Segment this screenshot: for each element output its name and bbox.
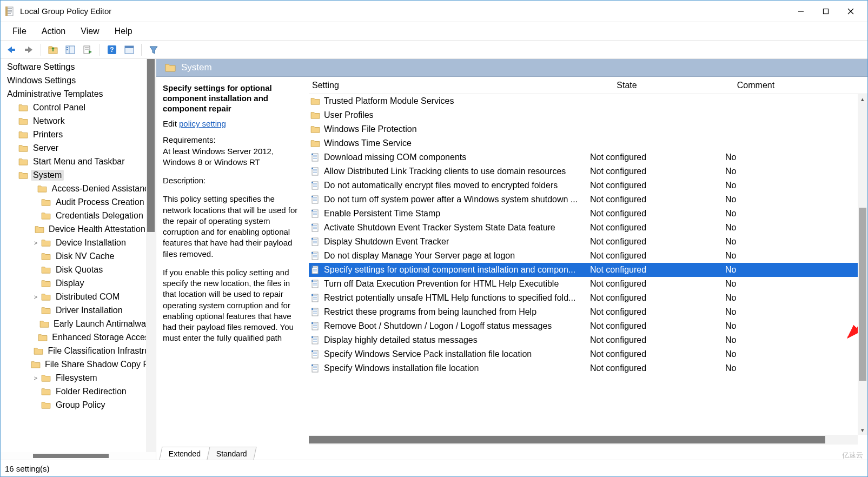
expander-icon[interactable]: > bbox=[31, 240, 41, 246]
window-close-button[interactable] bbox=[838, 2, 863, 21]
menu-view[interactable]: View bbox=[73, 24, 107, 38]
setting-comment: No bbox=[660, 349, 856, 359]
scope-label: System bbox=[181, 62, 212, 73]
back-button[interactable] bbox=[4, 42, 19, 57]
tree-item[interactable]: Start Menu and Taskbar bbox=[1, 155, 156, 168]
expander-icon[interactable]: > bbox=[31, 375, 41, 381]
tree-item[interactable]: >Device Installation bbox=[1, 236, 156, 249]
list-scrollbar-horizontal[interactable] bbox=[309, 435, 858, 445]
tree-item[interactable]: Display bbox=[1, 276, 156, 290]
settings-row[interactable]: Display Shutdown Event TrackerNot config… bbox=[309, 235, 867, 249]
policy-setting-link[interactable]: policy setting bbox=[179, 119, 226, 128]
tree-item[interactable]: Server bbox=[1, 141, 156, 155]
svg-rect-47 bbox=[312, 210, 313, 211]
tab-standard[interactable]: Standard bbox=[207, 447, 257, 460]
settings-row[interactable]: Specify Windows Service Pack installatio… bbox=[309, 347, 867, 361]
tree-item[interactable]: Software Settings bbox=[1, 60, 156, 74]
window-minimize-button[interactable] bbox=[789, 2, 813, 21]
settings-row[interactable]: User Profiles bbox=[309, 108, 867, 122]
settings-row[interactable]: Allow Distributed Link Tracking clients … bbox=[309, 164, 867, 178]
expander-icon[interactable]: > bbox=[31, 294, 41, 300]
policy-icon bbox=[309, 237, 322, 246]
properties-button[interactable] bbox=[122, 42, 137, 57]
tree-item[interactable]: Driver Installation bbox=[1, 303, 156, 317]
tree-item[interactable]: Early Launch Antimalware bbox=[1, 317, 156, 330]
folder-icon bbox=[309, 140, 322, 147]
settings-row[interactable]: Trusted Platform Module Services bbox=[309, 94, 867, 108]
edit-label: Edit bbox=[163, 119, 177, 128]
tree-item[interactable]: Disk Quotas bbox=[1, 263, 156, 276]
settings-row[interactable]: Do not automatically encrypt files moved… bbox=[309, 178, 867, 193]
help-button[interactable]: ? bbox=[104, 42, 120, 57]
tree-item[interactable]: Network bbox=[1, 114, 156, 128]
filter-button[interactable] bbox=[146, 42, 161, 57]
tree-item-label: System bbox=[31, 170, 64, 181]
tree-item[interactable]: Credentials Delegation bbox=[1, 209, 156, 222]
tree-item[interactable]: File Classification Infrastruc bbox=[1, 344, 156, 357]
column-header-setting[interactable]: Setting bbox=[309, 81, 590, 90]
setting-name: Specify Windows installation file locati… bbox=[324, 363, 479, 373]
policy-icon bbox=[309, 364, 322, 373]
folder-icon bbox=[18, 103, 29, 112]
tree-item[interactable]: >Filesystem bbox=[1, 371, 156, 385]
settings-row[interactable]: Turn off Data Execution Prevention for H… bbox=[309, 277, 867, 291]
menu-file[interactable]: File bbox=[5, 24, 34, 38]
tree-item[interactable]: System bbox=[1, 168, 156, 182]
svg-rect-14 bbox=[67, 49, 68, 50]
tree-item-label: Display bbox=[54, 278, 86, 289]
settings-row[interactable]: Specify settings for optional component … bbox=[309, 263, 867, 277]
tree-item[interactable]: Disk NV Cache bbox=[1, 249, 156, 263]
policy-icon bbox=[309, 167, 322, 176]
settings-row[interactable]: Restrict potentially unsafe HTML Help fu… bbox=[309, 291, 867, 305]
tree-item[interactable]: Folder Redirection bbox=[1, 385, 156, 398]
setting-name: Trusted Platform Module Services bbox=[324, 96, 454, 106]
tree-item[interactable]: Windows Settings bbox=[1, 74, 156, 87]
column-header-state[interactable]: State bbox=[590, 81, 660, 90]
navigation-tree[interactable]: Software SettingsWindows SettingsAdminis… bbox=[1, 59, 156, 460]
setting-name: Display highly detailed status messages bbox=[324, 335, 478, 345]
column-header-comment[interactable]: Comment bbox=[660, 81, 867, 90]
scroll-down-icon[interactable]: ▾ bbox=[858, 425, 867, 435]
scroll-up-icon[interactable]: ▴ bbox=[858, 94, 867, 104]
settings-row[interactable]: Restrict these programs from being launc… bbox=[309, 305, 867, 319]
menu-bar: File Action View Help bbox=[1, 22, 867, 41]
settings-row[interactable]: Download missing COM componentsNot confi… bbox=[309, 150, 867, 164]
settings-row[interactable]: Do not display Manage Your Server page a… bbox=[309, 249, 867, 263]
tree-item[interactable]: Administrative Templates bbox=[1, 87, 156, 101]
tree-item[interactable]: >Distributed COM bbox=[1, 290, 156, 303]
up-level-button[interactable] bbox=[45, 42, 61, 57]
list-scrollbar-vertical[interactable]: ▴ ▾ bbox=[858, 94, 867, 435]
window-maximize-button[interactable] bbox=[813, 2, 838, 21]
setting-state: Not configured bbox=[590, 321, 660, 331]
menu-help[interactable]: Help bbox=[107, 24, 140, 38]
tree-item[interactable]: Control Panel bbox=[1, 101, 156, 114]
tab-extended[interactable]: Extended bbox=[159, 447, 210, 460]
tree-scrollbar-horizontal[interactable] bbox=[1, 452, 156, 460]
settings-row[interactable]: Specify Windows installation file locati… bbox=[309, 361, 867, 375]
tree-scrollbar-vertical[interactable] bbox=[146, 59, 156, 460]
settings-row[interactable]: Enable Persistent Time StampNot configur… bbox=[309, 207, 867, 221]
tree-item[interactable]: Audit Process Creation bbox=[1, 195, 156, 209]
settings-row[interactable]: Remove Boot / Shutdown / Logon / Logoff … bbox=[309, 319, 867, 333]
settings-row[interactable]: Windows File Protection bbox=[309, 122, 867, 136]
settings-row[interactable]: Display highly detailed status messagesN… bbox=[309, 333, 867, 347]
app-icon bbox=[5, 6, 16, 17]
policy-icon bbox=[309, 181, 322, 190]
tree-item[interactable]: Access-Denied Assistance bbox=[1, 182, 156, 195]
forward-button[interactable] bbox=[21, 42, 36, 57]
menu-action[interactable]: Action bbox=[34, 24, 73, 38]
description-panel: Specify settings for optional component … bbox=[156, 77, 309, 445]
tree-item[interactable]: Enhanced Storage Access bbox=[1, 330, 156, 344]
folder-icon bbox=[309, 111, 322, 119]
settings-row[interactable]: Activate Shutdown Event Tracker System S… bbox=[309, 221, 867, 235]
tree-item[interactable]: Printers bbox=[1, 128, 156, 141]
tree-item[interactable]: Device Health Attestation S bbox=[1, 222, 156, 236]
svg-rect-37 bbox=[312, 182, 313, 183]
show-hide-tree-button[interactable] bbox=[63, 42, 78, 57]
tree-item[interactable]: Group Policy bbox=[1, 398, 156, 412]
export-list-button[interactable] bbox=[80, 42, 95, 57]
settings-row[interactable]: Do not turn off system power after a Win… bbox=[309, 193, 867, 207]
settings-row[interactable]: Windows Time Service bbox=[309, 136, 867, 150]
tree-item[interactable]: File Share Shadow Copy Pro bbox=[1, 357, 156, 371]
setting-name: Restrict these programs from being launc… bbox=[324, 307, 536, 317]
